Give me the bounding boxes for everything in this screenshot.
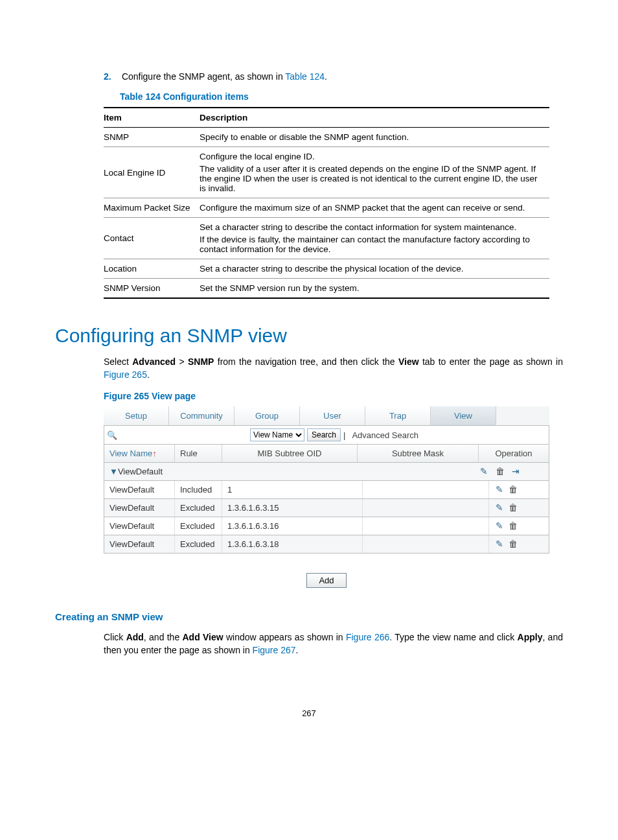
- cell-operation: ✎🗑: [489, 499, 549, 517]
- cell-rule: Excluded: [175, 535, 222, 553]
- table-row: ViewDefaultIncluded1✎🗑: [104, 481, 549, 499]
- cell-operation: ✎🗑: [489, 481, 549, 498]
- table-row: ViewDefaultExcluded1.3.6.1.6.3.18✎🗑: [104, 535, 549, 554]
- cell-view-name: ViewDefault: [104, 517, 175, 535]
- table-desc: Configure the maximum size of an SNMP pa…: [200, 198, 549, 218]
- cell-mask: [363, 499, 489, 517]
- table-124-link[interactable]: Table 124: [285, 71, 325, 82]
- cell-oid: 1: [222, 481, 363, 498]
- table-desc: Set the SNMP version run by the system.: [200, 279, 549, 299]
- figure-caption: Figure 265 View page: [104, 391, 563, 401]
- cell-oid: 1.3.6.1.6.3.18: [222, 535, 363, 553]
- step-text-post: .: [325, 71, 327, 82]
- search-field-select[interactable]: View Name: [250, 428, 304, 441]
- col-view-name[interactable]: View Name↑: [104, 445, 175, 462]
- table-desc: Set a character string to describe the p…: [200, 259, 549, 279]
- table-caption: Table 124 Configuration items: [120, 91, 563, 102]
- delete-icon[interactable]: 🗑: [509, 520, 518, 531]
- table-item: Local Engine ID: [104, 147, 200, 198]
- collapse-icon[interactable]: ▼: [109, 467, 118, 476]
- sort-asc-icon: ↑: [152, 449, 157, 458]
- delete-icon[interactable]: 🗑: [509, 484, 518, 495]
- table-item: Contact: [104, 218, 200, 259]
- add-button[interactable]: Add: [306, 573, 346, 588]
- delete-icon[interactable]: 🗑: [509, 502, 518, 513]
- step-text-pre: Configure the SNMP agent, as shown in: [122, 71, 285, 82]
- tab-user[interactable]: User: [300, 406, 365, 425]
- table-item: Maximum Packet Size: [104, 198, 200, 218]
- grid-header: View Name↑ Rule MIB Subtree OID Subtree …: [104, 445, 549, 463]
- tab-view[interactable]: View: [431, 406, 496, 425]
- config-items-table: Item Description SNMPSpecify to enable o…: [104, 107, 549, 299]
- edit-icon[interactable]: ✎: [480, 466, 488, 476]
- figure-265-link[interactable]: Figure 265: [104, 369, 147, 380]
- cell-mask: [363, 535, 489, 553]
- delete-icon[interactable]: 🗑: [496, 466, 505, 476]
- col-item: Item: [104, 108, 200, 128]
- page-number: 267: [55, 708, 563, 718]
- cell-mask: [363, 517, 489, 535]
- search-bar: 🔍 View Name Search | Advanced Search: [104, 426, 549, 445]
- cell-operation: ✎🗑: [489, 517, 549, 535]
- col-operation: Operation: [479, 445, 549, 462]
- edit-icon[interactable]: ✎: [496, 502, 503, 513]
- cell-mask: [363, 481, 489, 498]
- cell-view-name: ViewDefault: [104, 481, 175, 498]
- figure-267-link[interactable]: Figure 267: [253, 645, 296, 655]
- delete-icon[interactable]: 🗑: [509, 539, 518, 549]
- table-item: SNMP Version: [104, 279, 200, 299]
- search-icon: 🔍: [104, 430, 120, 440]
- figure-266-link[interactable]: Figure 266: [346, 632, 389, 642]
- advanced-search-link[interactable]: Advanced Search: [348, 430, 418, 440]
- search-button[interactable]: Search: [307, 428, 341, 441]
- search-separator: |: [343, 430, 345, 440]
- section-heading: Configuring an SNMP view: [55, 325, 563, 347]
- search-input[interactable]: [120, 426, 250, 444]
- edit-icon[interactable]: ✎: [496, 484, 503, 495]
- cell-oid: 1.3.6.1.6.3.15: [222, 499, 363, 517]
- cell-oid: 1.3.6.1.6.3.16: [222, 517, 363, 535]
- tab-bar: SetupCommunityGroupUserTrapView: [104, 406, 549, 426]
- cell-rule: Excluded: [175, 499, 222, 517]
- table-item: SNMP: [104, 128, 200, 147]
- intro-paragraph: Select Advanced > SNMP from the navigati…: [104, 356, 563, 381]
- step-number: 2.: [104, 71, 119, 82]
- col-mask[interactable]: Subtree Mask: [358, 445, 479, 462]
- table-desc: Set a character string to describe the c…: [200, 218, 549, 259]
- table-item: Location: [104, 259, 200, 279]
- edit-icon[interactable]: ✎: [496, 539, 503, 549]
- view-page-figure: SetupCommunityGroupUserTrapView 🔍 View N…: [104, 406, 549, 554]
- table-row: ViewDefaultExcluded1.3.6.1.6.3.16✎🗑: [104, 517, 549, 535]
- cell-rule: Excluded: [175, 517, 222, 535]
- edit-icon[interactable]: ✎: [496, 520, 503, 531]
- col-oid[interactable]: MIB Subtree OID: [222, 445, 358, 462]
- tab-group[interactable]: Group: [235, 406, 300, 425]
- tab-setup[interactable]: Setup: [104, 406, 169, 425]
- cell-view-name: ViewDefault: [104, 499, 175, 517]
- col-desc: Description: [200, 108, 549, 128]
- tab-trap[interactable]: Trap: [365, 406, 431, 425]
- cell-operation: ✎🗑: [489, 535, 549, 553]
- table-desc: Specify to enable or disable the SNMP ag…: [200, 128, 549, 147]
- create-view-text: Click Add, and the Add View window appea…: [104, 631, 563, 657]
- table-row: ViewDefaultExcluded1.3.6.1.6.3.15✎🗑: [104, 499, 549, 517]
- cell-rule: Included: [175, 481, 222, 498]
- col-rule[interactable]: Rule: [175, 445, 222, 462]
- table-desc: Configure the local engine ID.The validi…: [200, 147, 549, 198]
- expand-icon[interactable]: ⇥: [512, 466, 520, 476]
- cell-view-name: ViewDefault: [104, 535, 175, 553]
- group-row[interactable]: ▼ViewDefault ✎ 🗑 ⇥: [104, 463, 549, 481]
- subheading: Creating an SNMP view: [55, 611, 563, 622]
- tab-community[interactable]: Community: [169, 406, 235, 425]
